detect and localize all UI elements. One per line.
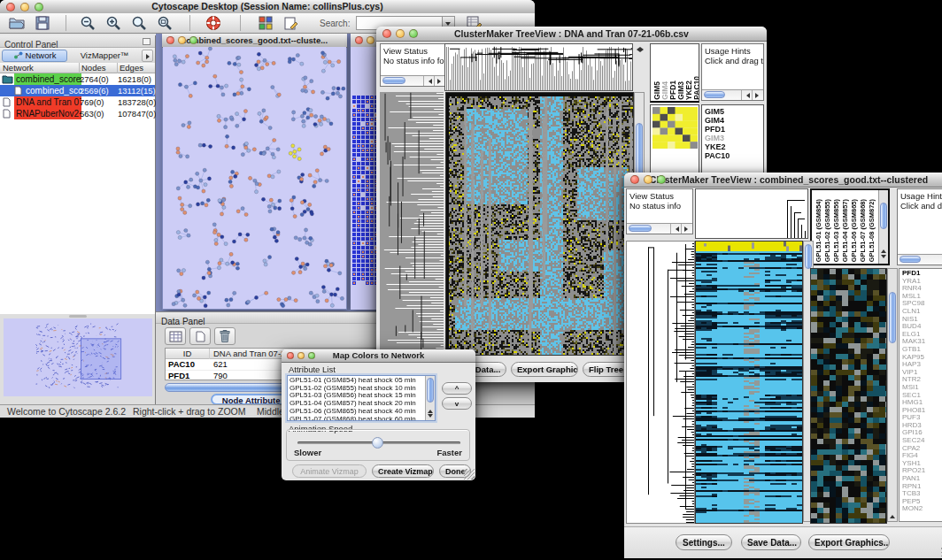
close-button[interactable] [382,29,391,38]
scroll-left-icon[interactable] [424,76,435,86]
settings-button[interactable]: Settings... [676,534,732,550]
minimize-button[interactable] [367,36,374,44]
export-graphics-button[interactable]: Export Graphics... [808,534,890,550]
similarity-matrix-canvas[interactable] [652,107,698,149]
column-label[interactable]: GPL51-07 (GSM868) [859,199,868,262]
network-row-rnapuber[interactable]: RNAPuberNov2+ 563(0) 107847(0) [0,108,155,119]
attribute-item[interactable]: GPL51-07 (GSM868) heat shock 60 min [288,416,435,421]
column-label[interactable]: GPL51-04 (GSM857) [841,199,850,262]
zoom-in-icon[interactable] [104,14,123,33]
column-label[interactable]: GPL51-03 (GSM856) [832,199,841,262]
column-label[interactable]: PFD1 [668,81,676,100]
data-panel-hscrollbar[interactable] [165,383,289,392]
close-button[interactable] [287,352,294,359]
splitter-arrows[interactable] [634,45,645,54]
help-lifering-icon[interactable] [204,14,223,33]
select-attributes-icon[interactable] [165,327,186,345]
minimize-button[interactable] [297,352,305,359]
column-dendrogram-canvas[interactable] [445,44,632,90]
save-session-icon[interactable] [33,14,52,33]
row-label[interactable]: GIM4 [705,116,763,125]
scroll-up-icon[interactable] [428,407,433,413]
float-panel-icon[interactable] [143,38,151,45]
network-canvas[interactable] [163,47,346,309]
zoom-window-button[interactable] [189,36,197,44]
minimize-button[interactable] [178,36,186,44]
scroll-left-icon[interactable] [671,224,682,234]
move-up-button[interactable]: ^ [442,382,472,395]
attribute-list-vscrollbar[interactable] [425,376,435,421]
scroll-up-icon[interactable] [881,247,886,253]
vizmapper-palette-icon[interactable] [256,14,275,33]
open-session-icon[interactable] [7,14,27,33]
zoom-window-button[interactable] [409,29,418,38]
move-down-button[interactable]: v [442,397,472,410]
panel-divider-handle[interactable] [69,315,87,318]
treeview2-titlebar[interactable]: ClusterMaker TreeView : combined_scores_… [624,173,942,188]
column-label[interactable]: GIM3 [676,81,684,100]
annotation-icon[interactable] [282,14,301,33]
heatmap-canvas[interactable] [445,92,634,356]
export-graphics-button[interactable]: Export Graphics... [511,362,578,377]
save-data-button[interactable]: Save Data... [741,534,801,550]
table-col-id[interactable]: ID [166,349,210,359]
scroll-left-icon[interactable] [742,90,753,100]
gene-label[interactable]: MON2 [902,505,942,513]
row-dendrogram-canvas[interactable] [626,241,695,524]
row-label[interactable]: YKE2 [705,142,763,151]
scroll-up-icon[interactable] [890,512,895,518]
tab-vizmapper[interactable]: VizMapper™ [67,50,142,60]
minimize-button[interactable] [20,3,29,12]
heatmap-canvas[interactable] [695,241,803,524]
minimize-button[interactable] [396,29,405,38]
new-attribute-icon[interactable] [189,327,211,345]
row-label[interactable]: GIM5 [705,107,763,116]
column-label[interactable]: PAC10 [692,76,699,100]
row-dendrogram-canvas[interactable] [380,92,444,354]
column-label[interactable]: GPL51-02 (GSM855) [823,199,832,262]
column-label[interactable]: GPL51-08 (GSM872) [868,199,876,262]
row-value[interactable]: 790 [213,371,228,381]
zoom-selected-icon[interactable] [155,14,174,33]
tab-network[interactable]: Network [2,50,67,62]
main-titlebar[interactable]: Cytoscape Desktop (Session Name: collins… [0,0,535,14]
network-row-selected[interactable]: combined_sco 2569(6) 13112(15) [0,85,155,96]
row-id[interactable]: PAC10 [168,359,195,370]
close-button[interactable] [6,3,15,12]
tab-overflow-button[interactable] [142,50,153,62]
zoom-heatmap-canvas[interactable] [810,268,887,524]
view-status-scrollbar[interactable] [381,75,445,86]
column-label[interactable]: GPL51-01 (GSM854) [815,199,823,262]
minimize-button[interactable] [644,175,652,184]
speed-slider-thumb[interactable] [372,437,383,449]
zoom-window-button[interactable] [35,3,43,12]
animate-vizmap-button[interactable]: Animate Vizmap [292,464,367,478]
scroll-right-icon[interactable] [753,90,763,100]
usage-hints-scrollbar[interactable] [898,254,942,265]
scroll-down-icon[interactable] [881,255,886,261]
usage-hints-scrollbar[interactable] [702,89,763,100]
column-labels-vscrollbar[interactable] [878,190,888,264]
close-button[interactable] [166,36,174,44]
delete-attribute-trash-icon[interactable] [214,327,236,345]
close-button[interactable] [355,36,363,44]
zoom-out-icon[interactable] [78,14,97,33]
row-id[interactable]: PFD1 [168,371,189,381]
network-row-combined-scores[interactable]: combined_scores 2764(0) 16218(0) [0,73,155,85]
column-label[interactable]: GPL51-06 (GSM865) [850,199,859,262]
zoom-window-button[interactable] [308,352,315,359]
row-value[interactable]: 621 [213,359,228,370]
zoom-window-button[interactable] [657,175,666,184]
scroll-down-icon[interactable] [428,414,433,420]
column-label[interactable]: YKE2 [684,81,692,100]
row-label[interactable]: PAC10 [705,151,763,160]
gene-list-vscrollbar[interactable] [887,268,898,522]
close-button[interactable] [630,175,639,184]
column-label[interactable]: GIM5 [652,81,660,100]
resize-grip[interactable] [464,469,475,479]
view-status-scrollbar[interactable] [627,223,692,234]
column-dendrogram-canvas[interactable] [696,189,807,238]
birdseye-view[interactable] [4,318,152,396]
treeview1-titlebar[interactable]: ClusterMaker TreeView : DNA and Tran 07-… [376,27,767,42]
zoom-fit-icon[interactable] [129,14,149,33]
